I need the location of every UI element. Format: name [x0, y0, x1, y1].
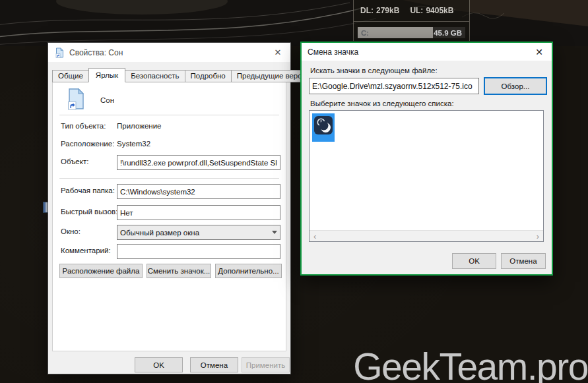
target-input[interactable] — [117, 155, 280, 170]
drive-free-space: 45.9 GB — [434, 29, 462, 37]
change-icon-dialog-title: Смена значка — [308, 47, 358, 57]
comment-label: Комментарий: — [61, 247, 111, 254]
hotkey-input[interactable] — [117, 205, 280, 220]
horizontal-scrollbar[interactable]: ‹ › — [310, 230, 543, 241]
shortcut-file-icon — [54, 47, 65, 58]
change-icon-titlebar[interactable]: Смена значка ✕ — [302, 43, 552, 61]
shortcut-file-icon-large — [65, 88, 87, 110]
wallpaper-art — [0, 0, 588, 46]
selected-icon-cell[interactable] — [312, 113, 335, 142]
tab-shortcut[interactable]: Ярлык — [88, 68, 125, 82]
disk-usage-row: C: 45.9 GB — [353, 22, 470, 41]
location-label: Расположение: — [61, 140, 114, 148]
location-value: System32 — [117, 140, 150, 148]
shortcut-name: Сон — [100, 96, 114, 104]
icon-file-path-input[interactable] — [309, 78, 479, 94]
type-value: Приложение — [117, 122, 161, 130]
properties-dialog: Свойства: Сон ✕ Общие Ярлык Безопасность… — [48, 42, 291, 374]
drive-usage-bar: C: 45.9 GB — [358, 27, 465, 38]
upload-label: UL: — [410, 6, 423, 15]
download-value: 279kB — [376, 6, 399, 15]
change-icon-button[interactable]: Сменить значок... — [147, 264, 211, 278]
separator — [59, 115, 279, 115]
properties-tab-strip: Общие Ярлык Безопасность Подробно Предыд… — [52, 68, 316, 82]
ok-button[interactable]: OK — [452, 253, 496, 269]
apply-button[interactable]: Применить — [242, 357, 290, 372]
comment-input[interactable] — [117, 244, 280, 259]
sleep-app-icon — [314, 116, 333, 134]
net-speed-row: DL: 279kB UL: 9405kB — [353, 0, 470, 22]
window-mode-select[interactable]: Обычный размер окна — [117, 225, 280, 240]
tab-general[interactable]: Общие — [52, 70, 89, 82]
desktop: GeekTeam.pro DL: 279kB UL: 9405kB C: 45.… — [0, 0, 588, 383]
net-speed-widget: DL: 279kB UL: 9405kB C: 45.9 GB — [353, 0, 470, 41]
advanced-button[interactable]: Дополнительно... — [215, 264, 282, 278]
window-mode-selected-value: Обычный размер окна — [120, 229, 199, 237]
tab-security[interactable]: Безопасность — [125, 70, 185, 82]
cancel-button[interactable]: Отмена — [190, 357, 238, 372]
window-mode-label: Окно: — [61, 227, 81, 235]
close-icon[interactable]: ✕ — [533, 47, 546, 57]
properties-dialog-title: Свойства: Сон — [69, 48, 123, 57]
close-icon[interactable]: ✕ — [271, 47, 284, 57]
search-file-label: Искать значки в следующем файле: — [310, 67, 438, 74]
geekteam-watermark: GeekTeam.pro — [353, 345, 588, 383]
upload-value: 9405kB — [426, 6, 453, 15]
hotkey-label: Быстрый вызов: — [61, 208, 117, 216]
working-folder-label: Рабочая папка: — [61, 187, 115, 194]
ok-button[interactable]: OK — [135, 357, 183, 372]
open-file-location-button[interactable]: Расположение файла — [59, 264, 143, 278]
browse-button[interactable]: Обзор... — [484, 77, 547, 95]
properties-titlebar[interactable]: Свойства: Сон ✕ — [48, 43, 290, 62]
select-icon-label: Выберите значок из следующего списка: — [310, 100, 454, 107]
cancel-button[interactable]: Отмена — [501, 253, 546, 269]
tab-details[interactable]: Подробно — [185, 70, 232, 82]
download-label: DL: — [360, 6, 374, 15]
change-icon-dialog: Смена значка ✕ Искать значки в следующем… — [300, 42, 553, 276]
target-label: Объект: — [61, 158, 88, 165]
working-folder-input[interactable] — [117, 184, 280, 199]
icon-list[interactable]: ‹ › — [309, 110, 544, 242]
chevron-down-icon — [272, 231, 277, 234]
shortcut-tab-page: Сон Тип объекта: Приложение Расположение… — [52, 82, 286, 351]
separator — [59, 178, 279, 179]
scroll-left-icon[interactable]: ‹ — [313, 231, 316, 241]
type-label: Тип объекта: — [61, 122, 106, 130]
drive-letter: C: — [361, 29, 369, 37]
scroll-right-icon[interactable]: › — [537, 231, 539, 241]
